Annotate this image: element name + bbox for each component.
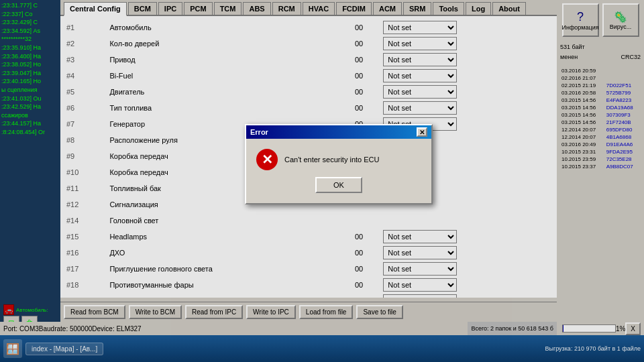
dialog-close-button[interactable]: ✕ — [417, 127, 427, 137]
dialog-body: ✕ Can't enter security into ECU OK — [246, 139, 431, 203]
dialog-title: Error — [250, 128, 268, 136]
error-dialog-overlay: Error ✕ ✕ Can't enter security into ECU … — [0, 0, 644, 362]
dialog-content: ✕ Can't enter security into ECU — [256, 149, 421, 170]
error-icon: ✕ — [256, 149, 278, 170]
dialog-message: Can't enter security into ECU — [284, 156, 380, 164]
ok-button[interactable]: OK — [315, 177, 362, 193]
error-dialog: Error ✕ ✕ Can't enter security into ECU … — [245, 124, 433, 204]
dialog-title-bar: Error ✕ — [246, 125, 431, 139]
dialog-buttons: OK — [256, 177, 421, 193]
